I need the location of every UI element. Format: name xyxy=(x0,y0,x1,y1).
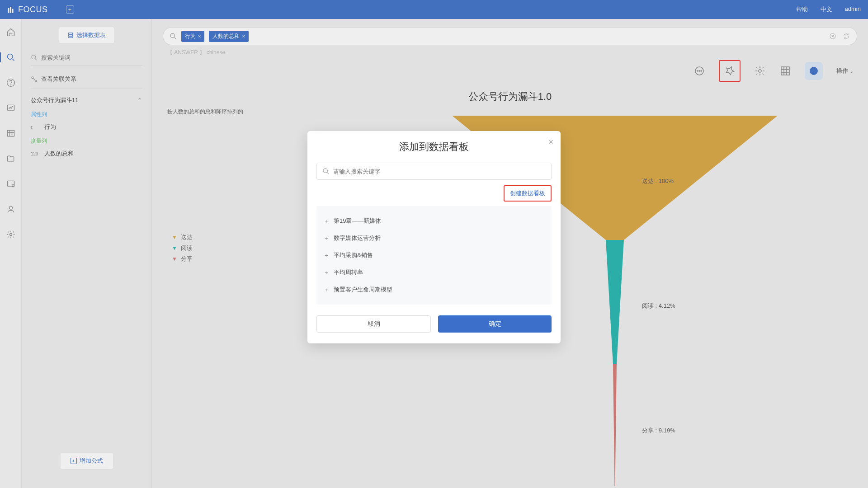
operations-button[interactable]: 操作 ⌄ xyxy=(836,67,854,75)
chart-title: 公众号行为漏斗1.0 xyxy=(163,90,857,103)
plus-icon: + xyxy=(325,269,329,276)
gear-icon[interactable] xyxy=(754,65,766,77)
legend-item: ▼分享 xyxy=(172,255,193,263)
lang-link[interactable]: 中文 xyxy=(821,5,832,14)
legend-item: ▼阅读 xyxy=(172,244,193,252)
dashboard-list: +第19章——新媒体 +数字媒体运营分析 +平均采购&销售 +平均周转率 +预置… xyxy=(316,206,552,305)
dashboard-list-item[interactable]: +预置客户生命周期模型 xyxy=(325,281,543,298)
svg-point-10 xyxy=(9,206,12,209)
answer-line: 【 ANSWER 】 chinese xyxy=(167,49,857,56)
view-relation-button[interactable]: 查看关联关系 xyxy=(31,75,142,89)
plus-icon: + xyxy=(71,458,77,464)
funnel-label-2: 阅读 : 4.12% xyxy=(642,302,675,310)
user-link[interactable]: admin xyxy=(845,5,861,14)
help-icon[interactable] xyxy=(6,78,16,88)
legend-swatch-icon: ▼ xyxy=(172,245,177,251)
plus-icon: + xyxy=(325,252,329,259)
plus-icon: + xyxy=(325,235,329,242)
svg-point-22 xyxy=(699,70,700,71)
relation-label: 查看关联关系 xyxy=(41,75,76,83)
text-type-icon: τ xyxy=(31,125,40,130)
brand-text: FOCUS xyxy=(18,5,48,14)
folder-icon[interactable] xyxy=(6,154,16,164)
dashboard-list-item[interactable]: +平均周转率 xyxy=(325,264,543,281)
svg-rect-8 xyxy=(7,181,14,186)
svg-point-21 xyxy=(697,70,698,71)
field-attr-label: 行为 xyxy=(44,123,56,131)
cancel-button[interactable]: 取消 xyxy=(316,315,431,333)
remove-pill-icon[interactable]: × xyxy=(242,33,245,39)
modal-close-button[interactable]: × xyxy=(548,137,553,147)
dashboard-icon[interactable] xyxy=(6,103,16,113)
funnel-label-3: 分享 : 9.19% xyxy=(642,427,675,435)
plus-icon: + xyxy=(325,286,329,293)
select-datasource-button[interactable]: 选择数据表 xyxy=(59,27,114,43)
help-link[interactable]: 帮助 xyxy=(796,5,808,14)
svg-point-3 xyxy=(7,54,13,60)
svg-rect-7 xyxy=(7,130,14,136)
query-bar[interactable]: 行为× 人数的总和× xyxy=(163,27,857,45)
grid-icon[interactable] xyxy=(779,65,791,77)
number-type-icon: 123 xyxy=(31,151,40,156)
dashboard-list-item[interactable]: +平均采购&销售 xyxy=(325,247,543,264)
search-icon xyxy=(31,54,38,61)
svg-point-9 xyxy=(12,185,14,187)
svg-rect-25 xyxy=(781,67,789,75)
side-panel: 选择数据表 查看关联关系 公众号行为漏斗11 ⌃ 属性列 τ 行为 度量列 12… xyxy=(22,19,152,488)
plus-icon: + xyxy=(325,218,329,225)
sort-note: 按人数的总和的总和降序排列的 xyxy=(167,108,857,116)
remove-pill-icon[interactable]: × xyxy=(198,33,201,39)
chevron-up-icon: ⌃ xyxy=(137,97,142,104)
comment-icon[interactable] xyxy=(693,65,705,77)
add-formula-label: 增加公式 xyxy=(80,457,103,465)
dashboard-list-item[interactable]: +数字媒体运营分析 xyxy=(325,230,543,247)
clear-icon[interactable] xyxy=(829,32,837,40)
search-icon xyxy=(170,33,177,40)
chart-type-icon[interactable] xyxy=(805,62,823,80)
dataset-name: 公众号行为漏斗11 xyxy=(31,96,78,104)
cog-small-icon[interactable] xyxy=(6,179,16,189)
svg-point-11 xyxy=(9,234,12,236)
svg-marker-27 xyxy=(606,240,624,364)
create-dashboard-button[interactable]: 创建数据看板 xyxy=(504,185,552,202)
dataset-toggle[interactable]: 公众号行为漏斗11 ⌃ xyxy=(31,96,142,104)
query-pill-1[interactable]: 行为× xyxy=(181,31,204,42)
add-to-dashboard-modal: × 添加到数据看板 创建数据看板 +第19章——新媒体 +数字媒体运营分析 +平… xyxy=(307,131,561,343)
svg-point-15 xyxy=(32,55,36,59)
legend-item: ▼送达 xyxy=(172,233,193,241)
field-attr-row[interactable]: τ 行为 xyxy=(31,123,142,131)
pin-icon[interactable] xyxy=(719,60,741,82)
add-tab-button[interactable]: + xyxy=(66,5,74,14)
add-formula-button[interactable]: + 增加公式 xyxy=(61,453,113,469)
svg-point-5 xyxy=(10,85,11,85)
legend-swatch-icon: ▼ xyxy=(172,234,177,240)
select-ds-label: 选择数据表 xyxy=(76,31,106,39)
svg-point-29 xyxy=(323,169,327,173)
svg-marker-28 xyxy=(613,364,617,486)
modal-search[interactable] xyxy=(316,163,552,180)
svg-point-23 xyxy=(701,70,702,71)
field-metric-row[interactable]: 123 人数的总和 xyxy=(31,150,142,158)
search-icon[interactable] xyxy=(0,52,16,62)
svg-rect-2 xyxy=(12,9,14,13)
table-icon[interactable] xyxy=(6,128,16,138)
home-icon[interactable] xyxy=(6,27,16,37)
settings-icon[interactable] xyxy=(6,230,16,239)
legend: ▼送达 ▼阅读 ▼分享 xyxy=(172,233,193,266)
modal-search-input[interactable] xyxy=(333,168,546,175)
svg-rect-13 xyxy=(68,35,72,36)
datasource-icon xyxy=(67,32,74,38)
metric-section-label: 度量列 xyxy=(31,137,142,145)
chevron-down-icon: ⌄ xyxy=(850,69,854,74)
svg-point-24 xyxy=(759,70,761,72)
brand-logo: FOCUS xyxy=(7,5,48,14)
sidebar-search-input[interactable] xyxy=(41,54,142,61)
funnel-label-1: 送达 : 100% xyxy=(642,177,674,185)
svg-rect-1 xyxy=(10,7,11,13)
dashboard-list-item[interactable]: +第19章——新媒体 xyxy=(325,212,543,230)
relation-icon xyxy=(31,76,38,83)
refresh-icon[interactable] xyxy=(842,32,850,40)
query-pill-2[interactable]: 人数的总和× xyxy=(209,31,248,42)
user-icon[interactable] xyxy=(6,204,16,214)
ok-button[interactable]: 确定 xyxy=(438,315,552,333)
